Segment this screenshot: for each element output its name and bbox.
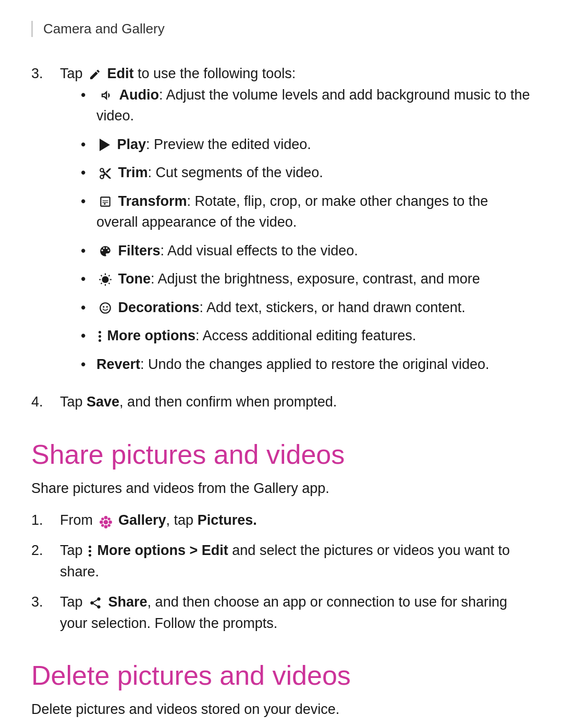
- svg-point-10: [107, 518, 110, 521]
- tone-icon: [99, 273, 112, 287]
- svg-point-4: [104, 516, 107, 520]
- tone-label: Tone: [118, 271, 151, 287]
- share-step-2-content: Tap More options > Edit and select the p…: [60, 540, 532, 582]
- step-3-content: Tap Edit to use the following tools: •: [60, 63, 532, 382]
- share-intro: Share pictures and videos from the Galle…: [31, 480, 532, 497]
- transform-label: Transform: [118, 193, 187, 209]
- transform-icon: [99, 195, 112, 208]
- tool-tone-content: Tone: Adjust the brightness, exposure, c…: [96, 268, 480, 290]
- filters-icon: [99, 244, 112, 258]
- svg-point-5: [104, 525, 107, 529]
- share-step-3-content: Tap Share, and then choose an app or con…: [60, 591, 532, 634]
- tool-more: • More options: Access additional editin…: [81, 325, 532, 347]
- tool-decorations-content: Decorations: Add text, stickers, or hand…: [96, 297, 466, 318]
- tool-revert: • Revert: Undo the changes applied to re…: [81, 354, 532, 375]
- tool-decorations: • Decorations: Add text, stickers, or ha…: [81, 297, 532, 318]
- more-icon-2: [89, 546, 91, 557]
- delete-title: Delete pictures and videos: [31, 660, 532, 691]
- gallery-icon-1: [99, 514, 113, 527]
- step-4-content: Tap Save, and then confirm when prompted…: [60, 391, 532, 413]
- tool-transform-content: Transform: Rotate, flip, crop, or make o…: [96, 191, 532, 233]
- bullet-4: •: [81, 191, 96, 212]
- share-step-2-num: 2.: [31, 540, 60, 561]
- filters-text: : Add visual effects to the video.: [161, 243, 358, 258]
- bullet-2: •: [81, 134, 96, 155]
- step-3: 3. Tap Edit to use the following tools: …: [31, 63, 532, 382]
- svg-point-9: [107, 524, 110, 527]
- tool-filters-content: Filters: Add visual effects to the video…: [96, 240, 358, 262]
- save-label: Save: [87, 394, 119, 410]
- bullet-7: •: [81, 297, 96, 318]
- share-step-3-num: 3.: [31, 591, 60, 613]
- svg-point-7: [108, 521, 112, 524]
- tool-audio: • Audio: Adjust the volume levels and ad…: [81, 84, 532, 127]
- page-container: Camera and Gallery 3. Tap Edit to use th…: [0, 0, 563, 728]
- audio-text: : Adjust the volume levels and add backg…: [96, 87, 530, 124]
- gallery-label-1: Gallery: [118, 512, 166, 528]
- step-4: 4. Tap Save, and then confirm when promp…: [31, 391, 532, 413]
- more-options-text: : Access additional editing features.: [195, 328, 416, 343]
- svg-point-1: [103, 306, 104, 308]
- bullet-5: •: [81, 240, 96, 262]
- share-step-3-text: Tap Share, and then choose an app or con…: [60, 594, 507, 631]
- step-4-num: 4.: [31, 391, 60, 413]
- tools-list: • Audio: Adjust the volume levels and ad…: [81, 84, 532, 375]
- svg-point-2: [106, 306, 108, 308]
- bullet-9: •: [81, 354, 96, 375]
- trim-text: : Cut segments of the video.: [148, 165, 323, 180]
- delete-intro: Delete pictures and videos stored on you…: [31, 701, 532, 718]
- step-3-text: Tap Edit to use the following tools:: [60, 66, 296, 81]
- tool-filters: • Filters: Add visual effects to the vid…: [81, 240, 532, 262]
- share-step-1-num: 1.: [31, 510, 60, 531]
- more-options-label: More options: [107, 328, 196, 343]
- play-text: : Preview the edited video.: [146, 137, 311, 152]
- filters-label: Filters: [118, 243, 161, 258]
- header-label: Camera and Gallery: [43, 21, 165, 36]
- svg-point-8: [101, 518, 104, 521]
- share-step-2: 2. Tap More options > Edit and select th…: [31, 540, 532, 582]
- play-icon: [100, 139, 110, 151]
- more-edit-label: More options > Edit: [97, 542, 228, 558]
- audio-icon: [99, 88, 113, 103]
- edit-icon: [89, 68, 101, 81]
- bullet-1: •: [81, 84, 96, 106]
- tool-revert-content: Revert: Undo the changes applied to rest…: [96, 354, 489, 375]
- tool-tone: • Tone: Adjust the brightness, exposure,…: [81, 268, 532, 290]
- more-options-icon: [99, 331, 101, 342]
- tool-more-content: More options: Access additional editing …: [96, 325, 416, 347]
- share-step-2-text: Tap More options > Edit and select the p…: [60, 542, 510, 579]
- share-step-1: 1. From Gallery, tap Pictures.: [31, 510, 532, 531]
- tool-trim: • Trim: Cut segments of the video.: [81, 162, 532, 183]
- share-step-1-text: From Gallery, tap Pictures.: [60, 512, 257, 528]
- tool-trim-content: Trim: Cut segments of the video.: [96, 162, 323, 183]
- svg-point-3: [103, 520, 108, 525]
- bullet-3: •: [81, 162, 96, 183]
- edit-label: Edit: [107, 66, 134, 81]
- decorations-text: : Add text, stickers, or hand drawn cont…: [200, 300, 466, 315]
- play-label: Play: [117, 137, 146, 152]
- step-4-text: Tap Save, and then confirm when prompted…: [60, 394, 337, 410]
- tool-transform: • Transform: Rotate, flip, crop, or make…: [81, 191, 532, 233]
- svg-point-6: [100, 521, 103, 524]
- audio-label: Audio: [119, 87, 159, 103]
- steps-list: 3. Tap Edit to use the following tools: …: [31, 63, 532, 413]
- decorations-label: Decorations: [118, 300, 200, 315]
- scissors-icon: [99, 167, 112, 180]
- svg-point-11: [101, 524, 104, 527]
- bullet-6: •: [81, 268, 96, 290]
- decorations-icon: [99, 301, 112, 315]
- pictures-label: Pictures.: [198, 512, 257, 528]
- page-header: Camera and Gallery: [31, 21, 532, 37]
- tool-play-content: Play: Preview the edited video.: [96, 134, 311, 155]
- tone-text: : Adjust the brightness, exposure, contr…: [151, 271, 480, 287]
- share-steps: 1. From Gallery, tap Pictures. 2. Tap: [31, 510, 532, 634]
- revert-label: Revert: [96, 356, 140, 372]
- trim-label: Trim: [118, 165, 148, 180]
- share-icon: [89, 596, 102, 610]
- svg-point-0: [100, 303, 111, 314]
- revert-text: : Undo the changes applied to restore th…: [140, 356, 489, 372]
- share-step-3: 3. Tap Share, and then choose an app or …: [31, 591, 532, 634]
- share-title: Share pictures and videos: [31, 439, 532, 470]
- share-label: Share: [108, 594, 148, 610]
- tool-audio-content: Audio: Adjust the volume levels and add …: [96, 84, 532, 127]
